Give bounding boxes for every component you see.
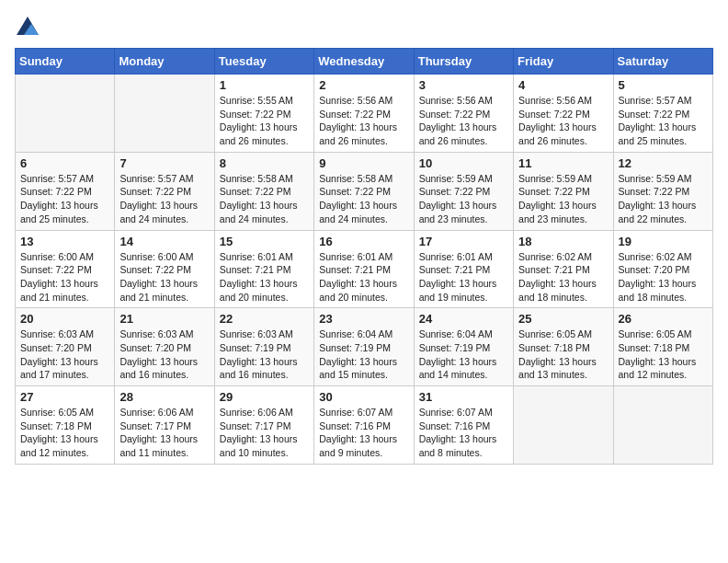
calendar-day: 13Sunrise: 6:00 AM Sunset: 7:22 PM Dayli… — [16, 230, 115, 308]
calendar-week-3: 13Sunrise: 6:00 AM Sunset: 7:22 PM Dayli… — [16, 230, 713, 308]
calendar-day: 21Sunrise: 6:03 AM Sunset: 7:20 PM Dayli… — [115, 308, 214, 386]
day-number: 1 — [220, 78, 309, 92]
calendar-day: 27Sunrise: 6:05 AM Sunset: 7:18 PM Dayli… — [16, 386, 115, 465]
calendar-day: 11Sunrise: 5:59 AM Sunset: 7:22 PM Dayli… — [514, 152, 613, 230]
day-info: Sunrise: 6:05 AM Sunset: 7:18 PM Dayligh… — [518, 327, 608, 382]
day-info: Sunrise: 5:58 AM Sunset: 7:22 PM Dayligh… — [319, 172, 408, 226]
calendar-week-5: 27Sunrise: 6:05 AM Sunset: 7:18 PM Dayli… — [16, 386, 713, 465]
day-info: Sunrise: 5:56 AM Sunset: 7:22 PM Dayligh… — [518, 94, 608, 148]
day-info: Sunrise: 6:01 AM Sunset: 7:21 PM Dayligh… — [220, 250, 309, 304]
day-info: Sunrise: 5:59 AM Sunset: 7:22 PM Dayligh… — [619, 172, 708, 226]
day-info: Sunrise: 6:07 AM Sunset: 7:16 PM Dayligh… — [419, 406, 508, 460]
day-info: Sunrise: 5:58 AM Sunset: 7:22 PM Dayligh… — [220, 172, 309, 226]
calendar-day: 5Sunrise: 5:57 AM Sunset: 7:22 PM Daylig… — [613, 75, 712, 153]
calendar-day: 15Sunrise: 6:01 AM Sunset: 7:21 PM Dayli… — [214, 230, 313, 308]
calendar-day: 8Sunrise: 5:58 AM Sunset: 7:22 PM Daylig… — [214, 152, 313, 230]
day-number: 4 — [518, 78, 608, 92]
calendar-day: 31Sunrise: 6:07 AM Sunset: 7:16 PM Dayli… — [414, 386, 513, 465]
calendar-day — [16, 75, 115, 153]
calendar-week-4: 20Sunrise: 6:03 AM Sunset: 7:20 PM Dayli… — [16, 308, 713, 386]
page-header — [15, 15, 713, 40]
calendar-day: 19Sunrise: 6:02 AM Sunset: 7:20 PM Dayli… — [613, 230, 712, 308]
weekday-header-wednesday: Wednesday — [314, 49, 414, 75]
day-number: 24 — [419, 312, 508, 326]
calendar-day: 9Sunrise: 5:58 AM Sunset: 7:22 PM Daylig… — [314, 152, 414, 230]
calendar-day — [514, 386, 613, 465]
day-info: Sunrise: 6:05 AM Sunset: 7:18 PM Dayligh… — [619, 327, 708, 382]
logo-icon — [15, 15, 40, 40]
day-number: 16 — [319, 235, 408, 248]
calendar-day: 24Sunrise: 6:04 AM Sunset: 7:19 PM Dayli… — [414, 308, 513, 386]
calendar-day: 28Sunrise: 6:06 AM Sunset: 7:17 PM Dayli… — [115, 386, 214, 465]
day-info: Sunrise: 6:04 AM Sunset: 7:19 PM Dayligh… — [319, 327, 408, 382]
weekday-header-thursday: Thursday — [414, 49, 513, 75]
calendar-day: 12Sunrise: 5:59 AM Sunset: 7:22 PM Dayli… — [613, 152, 712, 230]
day-number: 28 — [119, 390, 209, 404]
day-info: Sunrise: 6:07 AM Sunset: 7:16 PM Dayligh… — [319, 406, 408, 460]
weekday-header-row: SundayMondayTuesdayWednesdayThursdayFrid… — [16, 49, 713, 75]
calendar-day: 2Sunrise: 5:56 AM Sunset: 7:22 PM Daylig… — [314, 75, 414, 153]
calendar-day: 25Sunrise: 6:05 AM Sunset: 7:18 PM Dayli… — [514, 308, 613, 386]
day-info: Sunrise: 6:06 AM Sunset: 7:17 PM Dayligh… — [119, 406, 209, 460]
day-info: Sunrise: 6:00 AM Sunset: 7:22 PM Dayligh… — [20, 250, 109, 304]
calendar-day: 4Sunrise: 5:56 AM Sunset: 7:22 PM Daylig… — [514, 75, 613, 153]
day-number: 29 — [220, 390, 309, 404]
day-info: Sunrise: 5:56 AM Sunset: 7:22 PM Dayligh… — [319, 94, 408, 148]
calendar-day: 23Sunrise: 6:04 AM Sunset: 7:19 PM Dayli… — [314, 308, 414, 386]
calendar-day: 1Sunrise: 5:55 AM Sunset: 7:22 PM Daylig… — [214, 75, 313, 153]
calendar-day: 26Sunrise: 6:05 AM Sunset: 7:18 PM Dayli… — [613, 308, 712, 386]
day-info: Sunrise: 6:01 AM Sunset: 7:21 PM Dayligh… — [419, 250, 508, 304]
day-number: 5 — [619, 78, 708, 92]
day-info: Sunrise: 6:06 AM Sunset: 7:17 PM Dayligh… — [220, 406, 309, 460]
calendar-week-2: 6Sunrise: 5:57 AM Sunset: 7:22 PM Daylig… — [16, 152, 713, 230]
day-info: Sunrise: 6:03 AM Sunset: 7:19 PM Dayligh… — [220, 327, 309, 382]
day-number: 25 — [518, 312, 608, 326]
day-info: Sunrise: 6:03 AM Sunset: 7:20 PM Dayligh… — [119, 327, 209, 382]
calendar-week-1: 1Sunrise: 5:55 AM Sunset: 7:22 PM Daylig… — [16, 75, 713, 153]
day-number: 6 — [20, 156, 109, 170]
day-number: 26 — [619, 312, 708, 326]
day-number: 23 — [319, 312, 408, 326]
day-number: 12 — [619, 156, 708, 170]
day-number: 22 — [220, 312, 309, 326]
day-number: 19 — [619, 235, 708, 248]
calendar-day — [613, 386, 712, 465]
day-info: Sunrise: 5:57 AM Sunset: 7:22 PM Dayligh… — [119, 172, 209, 226]
day-info: Sunrise: 6:05 AM Sunset: 7:18 PM Dayligh… — [20, 406, 109, 460]
day-info: Sunrise: 5:55 AM Sunset: 7:22 PM Dayligh… — [220, 94, 309, 148]
weekday-header-monday: Monday — [115, 49, 214, 75]
calendar-day: 7Sunrise: 5:57 AM Sunset: 7:22 PM Daylig… — [115, 152, 214, 230]
day-info: Sunrise: 5:59 AM Sunset: 7:22 PM Dayligh… — [419, 172, 508, 226]
weekday-header-saturday: Saturday — [613, 49, 712, 75]
day-number: 31 — [419, 390, 508, 404]
day-number: 2 — [319, 78, 408, 92]
day-number: 15 — [220, 235, 309, 248]
day-info: Sunrise: 6:04 AM Sunset: 7:19 PM Dayligh… — [419, 327, 508, 382]
day-number: 18 — [518, 235, 608, 248]
day-info: Sunrise: 5:56 AM Sunset: 7:22 PM Dayligh… — [419, 94, 508, 148]
day-info: Sunrise: 6:02 AM Sunset: 7:20 PM Dayligh… — [619, 250, 708, 304]
weekday-header-tuesday: Tuesday — [214, 49, 313, 75]
day-info: Sunrise: 6:02 AM Sunset: 7:21 PM Dayligh… — [518, 250, 608, 304]
calendar-day: 20Sunrise: 6:03 AM Sunset: 7:20 PM Dayli… — [16, 308, 115, 386]
calendar-day: 3Sunrise: 5:56 AM Sunset: 7:22 PM Daylig… — [414, 75, 513, 153]
calendar-day: 16Sunrise: 6:01 AM Sunset: 7:21 PM Dayli… — [314, 230, 414, 308]
day-number: 14 — [119, 235, 209, 248]
day-number: 9 — [319, 156, 408, 170]
calendar-table: SundayMondayTuesdayWednesdayThursdayFrid… — [15, 48, 713, 465]
calendar-day — [115, 75, 214, 153]
day-number: 21 — [119, 312, 209, 326]
weekday-header-sunday: Sunday — [16, 49, 115, 75]
calendar-day: 10Sunrise: 5:59 AM Sunset: 7:22 PM Dayli… — [414, 152, 513, 230]
day-number: 8 — [220, 156, 309, 170]
day-info: Sunrise: 6:03 AM Sunset: 7:20 PM Dayligh… — [20, 327, 109, 382]
calendar-day: 18Sunrise: 6:02 AM Sunset: 7:21 PM Dayli… — [514, 230, 613, 308]
day-number: 20 — [20, 312, 109, 326]
day-number: 30 — [319, 390, 408, 404]
day-number: 10 — [419, 156, 508, 170]
day-info: Sunrise: 6:01 AM Sunset: 7:21 PM Dayligh… — [319, 250, 408, 304]
day-number: 27 — [20, 390, 109, 404]
day-info: Sunrise: 5:57 AM Sunset: 7:22 PM Dayligh… — [619, 94, 708, 148]
day-info: Sunrise: 5:59 AM Sunset: 7:22 PM Dayligh… — [518, 172, 608, 226]
calendar-day: 17Sunrise: 6:01 AM Sunset: 7:21 PM Dayli… — [414, 230, 513, 308]
